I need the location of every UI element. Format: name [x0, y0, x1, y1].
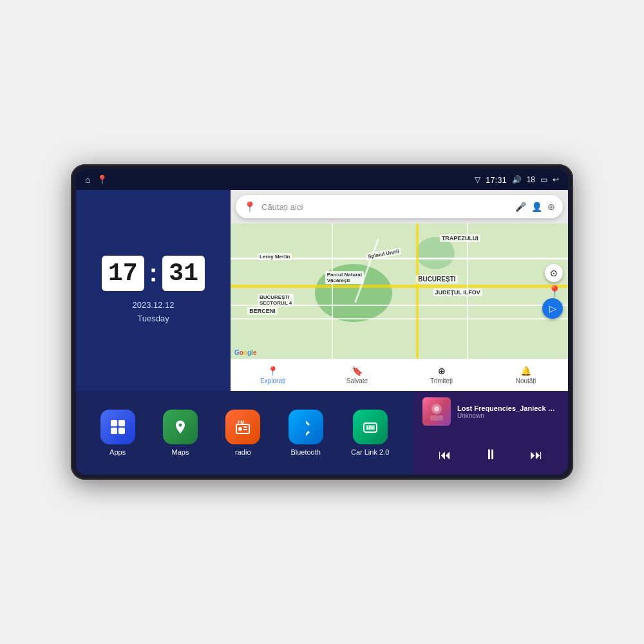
- app-label-bluetooth: Bluetooth: [290, 448, 320, 456]
- map-nav-noutati[interactable]: 🔔 Noutăți: [484, 366, 568, 384]
- app-label-radio: radio: [235, 448, 251, 456]
- svg-rect-1: [118, 420, 125, 426]
- status-time: 17:31: [486, 175, 507, 185]
- map-panel[interactable]: 📍 Căutați aici 🎤 👤 ⊕: [231, 190, 568, 391]
- app-item-bluetooth[interactable]: Bluetooth: [289, 410, 323, 456]
- app-icon-bluetooth: [289, 410, 323, 444]
- clock-colon: :: [149, 260, 158, 287]
- map-nav-explorati-label: Explorați: [260, 377, 285, 384]
- svg-rect-0: [111, 420, 117, 426]
- volume-level: 18: [527, 175, 535, 184]
- map-account-icon[interactable]: 👤: [531, 202, 542, 212]
- map-mic-icon[interactable]: 🎤: [515, 202, 526, 212]
- music-thumbnail: [422, 397, 451, 426]
- status-left-icons: ⌂ 📍: [85, 175, 108, 185]
- clock-display: 17 : 31: [102, 256, 205, 291]
- map-compass-btn[interactable]: ⊙: [545, 264, 563, 282]
- music-play-pause-button[interactable]: ⏸: [477, 444, 504, 466]
- app-label-maps: Maps: [172, 448, 189, 456]
- google-logo: Google: [234, 349, 256, 356]
- app-label-carlink: Car Link 2.0: [351, 448, 389, 456]
- app-icon-carlink: LINK: [353, 410, 388, 444]
- music-prev-button[interactable]: ⏮: [432, 445, 458, 465]
- map-label-parc: Parcul NaturalVăcărești: [325, 271, 364, 284]
- clock-day-value: Tuesday: [132, 312, 174, 326]
- map-nav-trimiteti-icon: ⊕: [438, 366, 446, 376]
- music-next-button[interactable]: ⏭: [524, 445, 549, 465]
- map-search-input[interactable]: Căutați aici: [261, 202, 510, 212]
- map-nav-salvate-icon: 🔖: [352, 366, 363, 376]
- main-content: 17 : 31 2023.12.12 Tuesday 📍 Căutați aic…: [76, 190, 568, 475]
- svg-rect-15: [430, 415, 443, 421]
- music-controls: ⏮ ⏸ ⏭: [422, 441, 559, 468]
- app-item-apps[interactable]: Apps: [100, 410, 135, 456]
- map-layers-icon[interactable]: ⊕: [547, 202, 555, 212]
- map-pin-icon[interactable]: 📍: [97, 175, 108, 185]
- map-nav-explorati[interactable]: 📍 Explorați: [231, 366, 315, 384]
- map-bottom-bar: 📍 Explorați 🔖 Salvate ⊕ Trimiteți 🔔: [231, 359, 568, 391]
- map-location-pin: 📍: [547, 285, 562, 299]
- clock-date-value: 2023.12.12: [132, 299, 174, 312]
- music-player: Lost Frequencies_Janieck Devy-... Unknow…: [413, 391, 568, 475]
- clock-hour: 17: [102, 256, 144, 291]
- app-item-carlink[interactable]: LINK Car Link 2.0: [351, 410, 389, 456]
- svg-text:FM: FM: [238, 420, 244, 424]
- map-background[interactable]: BUCUREȘTI JUDEȚUL ILFOV BERCENI TRAPEZUL…: [231, 223, 568, 359]
- map-label-sector4: BUCUREȘTISECTORUL 4: [258, 294, 294, 307]
- app-label-apps: Apps: [109, 448, 126, 456]
- map-label-berceni: BERCENI: [247, 307, 278, 315]
- app-icon-radio: FM: [225, 410, 260, 444]
- map-label-trapezului: TRAPEZULUI: [440, 234, 480, 242]
- app-icon-apps: [100, 410, 135, 444]
- map-label-ilfov: JUDEȚUL ILFOV: [433, 289, 482, 296]
- app-icon-maps: [163, 410, 198, 444]
- map-search-pin-icon: 📍: [243, 201, 256, 213]
- nav-icon: ▽: [475, 175, 480, 184]
- car-display-device: ⌂ 📍 ▽ 17:31 🔊 18 ▭ ↩ 17 :: [71, 164, 573, 480]
- map-label-leroy: Leroy Merlin: [258, 253, 292, 260]
- svg-point-5: [238, 427, 242, 431]
- apps-area: Apps Maps: [76, 391, 413, 475]
- map-nav-noutati-icon: 🔔: [520, 366, 531, 376]
- map-nav-btn[interactable]: ▷: [542, 298, 563, 319]
- back-icon[interactable]: ↩: [553, 175, 559, 184]
- app-item-maps[interactable]: Maps: [163, 410, 198, 456]
- svg-rect-2: [111, 428, 117, 434]
- status-bar: ⌂ 📍 ▽ 17:31 🔊 18 ▭ ↩: [76, 169, 568, 190]
- music-artist: Unknown: [457, 412, 559, 419]
- music-info: Lost Frequencies_Janieck Devy-... Unknow…: [422, 397, 559, 426]
- map-search-actions: 🎤 👤 ⊕: [515, 202, 555, 212]
- map-nav-noutati-label: Noutăți: [516, 377, 536, 384]
- volume-icon: 🔊: [512, 175, 522, 184]
- map-nav-trimiteti[interactable]: ⊕ Trimiteți: [399, 366, 484, 384]
- bottom-section: Apps Maps: [76, 391, 568, 475]
- map-nav-trimiteti-label: Trimiteți: [430, 377, 453, 384]
- map-search-bar[interactable]: 📍 Căutați aici 🎤 👤 ⊕: [236, 195, 563, 218]
- clock-minute: 31: [162, 256, 205, 291]
- map-nav-explorati-icon: 📍: [267, 366, 278, 376]
- svg-rect-6: [243, 426, 247, 428]
- map-nav-salvate-label: Salvate: [346, 377, 368, 384]
- home-icon[interactable]: ⌂: [85, 175, 90, 185]
- svg-rect-7: [243, 429, 247, 430]
- battery-icon: ▭: [540, 175, 547, 184]
- music-text: Lost Frequencies_Janieck Devy-... Unknow…: [457, 404, 559, 419]
- clock-date: 2023.12.12 Tuesday: [132, 299, 174, 326]
- music-title: Lost Frequencies_Janieck Devy-...: [457, 404, 559, 412]
- app-item-radio[interactable]: FM radio: [225, 410, 260, 456]
- clock-panel: 17 : 31 2023.12.12 Tuesday: [76, 190, 231, 391]
- svg-point-14: [434, 406, 439, 412]
- svg-text:LINK: LINK: [367, 426, 375, 430]
- device-screen: ⌂ 📍 ▽ 17:31 🔊 18 ▭ ↩ 17 :: [76, 169, 568, 475]
- top-section: 17 : 31 2023.12.12 Tuesday 📍 Căutați aic…: [76, 190, 568, 391]
- svg-rect-3: [118, 428, 125, 434]
- map-nav-salvate[interactable]: 🔖 Salvate: [315, 366, 399, 384]
- status-right-info: ▽ 17:31 🔊 18 ▭ ↩: [475, 175, 559, 185]
- map-label-bucuresti: BUCUREȘTI: [416, 275, 457, 283]
